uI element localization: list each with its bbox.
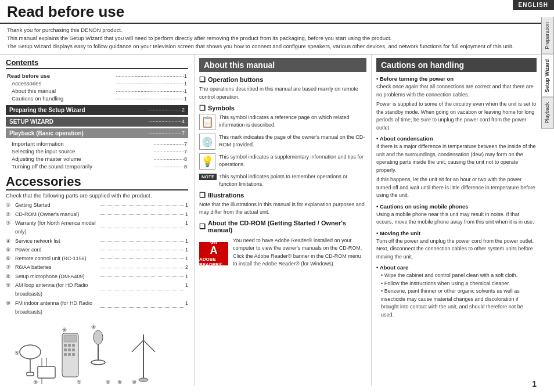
adobe-reader-text: ADOBE READER®	[199, 257, 228, 267]
symbols-heading: Symbols	[199, 104, 366, 112]
caution-mobile-para1: Using a mobile phone near this unit may …	[376, 211, 537, 226]
svg-rect-21	[38, 366, 55, 378]
toc-playback-item-3: Adjusting the master volume ············…	[7, 156, 187, 162]
svg-rect-8	[68, 344, 71, 347]
toc-item-read-before-use: Read before use ························…	[7, 73, 187, 79]
tab-playback[interactable]: Playback	[541, 97, 554, 129]
svg-rect-3	[27, 372, 34, 376]
adobe-box: Get A ADOBE READER® You need to have Ado…	[199, 237, 366, 271]
contents-heading: Contents	[6, 58, 188, 69]
svg-text:⑧: ⑧	[117, 379, 122, 385]
caution-mobile: Cautions on using mobile phones Using a …	[376, 203, 537, 226]
tab-setup-wizard[interactable]: Setup Wizard	[541, 55, 554, 98]
toc-playback-item-1: Important information ··················…	[7, 141, 187, 147]
tab-preparation[interactable]: Preparation	[541, 17, 554, 55]
toc-section-setup-wizard: SETUP WIZARD ·······················4	[6, 117, 188, 127]
accessories-description: Check that the following parts are suppl…	[6, 192, 188, 199]
acc-item-1: ① Getting Started 1	[6, 201, 188, 210]
language-tab: ENGLISH	[513, 0, 554, 10]
intro-line-3: The Setup Wizard displays easy to follow…	[7, 42, 534, 51]
caution-moving-heading: Moving the unit	[376, 230, 537, 236]
accessories-svg: ⑤ ⑥	[10, 323, 184, 386]
caution-power-on-para1: Check once again that all connections ar…	[376, 83, 537, 99]
toc-item-accessories: Accessories ····························…	[7, 80, 187, 87]
columns: Contents Read before use ···············…	[0, 55, 541, 386]
operation-buttons-text: The operations described in this manual …	[199, 85, 366, 101]
svg-rect-11	[68, 348, 71, 351]
page-title: Read before use	[7, 3, 534, 20]
toc-item-cautions: Cautions on handling ···················…	[7, 95, 187, 102]
symbol-row-1: 📋 This symbol indicates a reference page…	[199, 114, 366, 130]
symbol-text-1: This symbol indicates a reference page o…	[219, 114, 366, 128]
playback-toc-table: Important information ··················…	[6, 139, 188, 171]
note-text: This symbol indicates points to remember…	[219, 173, 366, 188]
svg-rect-10	[64, 348, 67, 351]
caution-condensation-para1: If there is a major difference in temper…	[376, 143, 537, 174]
svg-point-1	[20, 345, 41, 359]
svg-text:⑥: ⑥	[106, 379, 110, 385]
col-right: Cautions on handling Before turning the …	[372, 55, 541, 386]
caution-condensation-para2: If this happens, let the unit sit for an…	[376, 176, 537, 200]
caution-power-on-heading: Before turning the power on	[376, 75, 537, 82]
toc-table: Read before use ························…	[6, 71, 188, 103]
svg-rect-12	[72, 348, 75, 351]
caution-power-on-para2: Power is supplied to some of the circuit…	[376, 100, 537, 132]
caution-moving-para1: Turn off the power and unplug the power …	[376, 238, 537, 261]
illustrations-text: Note that the illustrations in this manu…	[199, 201, 366, 217]
cdrom-text: You need to have Adobe Reader® installed…	[233, 237, 366, 268]
svg-rect-13	[64, 353, 67, 356]
adobe-a-icon: A	[210, 244, 218, 257]
svg-rect-6	[64, 335, 77, 342]
illustrations-heading: Illustrations	[199, 191, 366, 199]
about-manual-title: About this manual	[199, 58, 366, 72]
cdrom-heading: About the CD-ROM (Getting Started / Owne…	[199, 220, 366, 233]
caution-care-bullet-1: Wipe the cabinet and control panel clean…	[376, 272, 537, 280]
intro-line-2: This manual explains the Setup Wizard th…	[7, 34, 534, 42]
adobe-logo: Get A ADOBE READER®	[199, 242, 228, 265]
reference-icon: 📋	[199, 114, 215, 130]
acc-item-6: ⑥ Remote control unit (RC-1156) 1	[6, 254, 188, 263]
symbol-text-2: This mark indicates the page of the owne…	[219, 134, 366, 148]
side-tabs-container: Preparation Setup Wizard Playback	[541, 17, 554, 129]
caution-care: About care Wipe the cabinet and control …	[376, 264, 537, 319]
svg-rect-14	[68, 353, 71, 356]
page-header: Read before use	[0, 0, 541, 24]
accessories-heading: Accessories	[6, 174, 188, 190]
svg-text:⑤: ⑤	[15, 350, 19, 356]
accessories-list: ① Getting Started 1 ② CD-ROM (Owner's ma…	[6, 201, 188, 317]
caution-care-bullet-3: Benzene, paint thinner or other organic …	[376, 287, 537, 319]
svg-line-27	[132, 340, 143, 352]
main-content: Read before use Thank you for purchasing…	[0, 0, 541, 392]
toc-item-about-manual: About this manual ······················…	[7, 88, 187, 94]
caution-care-heading: About care	[376, 264, 537, 271]
symbol-row-3: 💡 This symbol indicates a supplementary …	[199, 153, 366, 170]
note-box: NOTE This symbol indicates points to rem…	[199, 173, 366, 188]
toc-playback-item-4: Turning off the sound temporarily ······…	[7, 163, 187, 170]
adobe-get-text: Get	[210, 240, 217, 244]
svg-text:⑧: ⑧	[91, 324, 96, 330]
cautions-title: Cautions on handling	[376, 58, 537, 72]
svg-text:⑨: ⑨	[33, 379, 38, 385]
caution-power-on: Before turning the power on Check once a…	[376, 75, 537, 132]
acc-item-9: ⑨ AM loop antenna (for HD Radio broadcas…	[6, 281, 188, 299]
caution-care-bullet-2: Follow the instructions when using a che…	[376, 280, 537, 288]
acc-item-8: ⑧ Setup microphone (DM-A409) 1	[6, 272, 188, 281]
symbol-text-3: This symbol indicates a supplementary in…	[219, 153, 366, 168]
svg-text:⑤: ⑤	[77, 379, 81, 385]
symbol-row-2: 💿 This mark indicates the page of the ow…	[199, 134, 366, 150]
acc-item-2: ② CD-ROM (Owner's manual) 1	[6, 210, 188, 219]
info-icon: 💡	[199, 153, 215, 170]
col-left: Contents Read before use ···············…	[0, 55, 195, 386]
operation-buttons-heading: Operation buttons	[199, 75, 366, 84]
svg-point-29	[139, 378, 148, 382]
acc-item-5: ⑤ Power cord 1	[6, 246, 188, 254]
intro-text: Thank you for purchasing this DENON prod…	[0, 24, 541, 55]
page-number: 1	[532, 379, 537, 389]
toc-section-playback: Playback (Basic operation) ·············…	[6, 128, 188, 138]
svg-rect-7	[64, 344, 67, 347]
acc-item-10: ⑩ FM indoor antenna (for HD Radio broadc…	[6, 299, 188, 317]
svg-rect-15	[72, 353, 75, 356]
accessories-diagram: ⑤ ⑥	[6, 320, 188, 386]
acc-item-7: ⑦ R6/AA batteries 2	[6, 263, 188, 272]
caution-condensation: About condensation If there is a major d…	[376, 135, 537, 200]
